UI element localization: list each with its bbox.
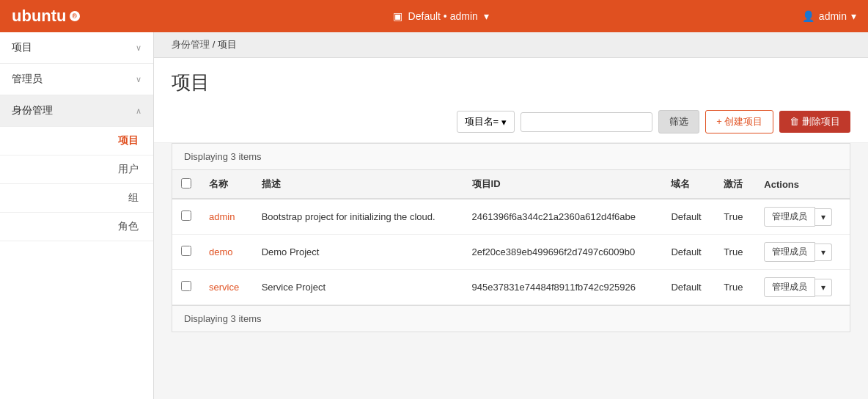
- breadcrumb: 身份管理 / 项目: [154, 32, 868, 58]
- header-project-id: 项目ID: [463, 170, 663, 199]
- page-title: 项目: [154, 58, 868, 101]
- action-caret-admin[interactable]: ▾: [815, 208, 832, 226]
- header-name: 名称: [200, 170, 253, 199]
- navbar-username: admin: [819, 10, 847, 22]
- navbar-user-caret-icon[interactable]: ▾: [851, 10, 856, 22]
- row-actions-admin: 管理成员 ▾: [755, 199, 850, 235]
- row-active-demo: True: [715, 235, 755, 270]
- navbar: ubuntu® ▣ Default • admin ▾ 👤 admin ▾: [0, 0, 868, 32]
- table-header-row: 名称 描述 项目ID 域名 激活 Actions: [172, 170, 850, 199]
- sidebar-item-shen-fen-guan-li[interactable]: 身份管理 ∧: [0, 95, 153, 127]
- user-icon: 👤: [802, 10, 814, 22]
- navbar-project-admin[interactable]: Default • admin: [408, 10, 478, 22]
- sidebar-label-guan-li-yuan: 管理员: [12, 73, 43, 86]
- table-row: admin Bootstrap project for initializing…: [172, 199, 850, 235]
- ubuntu-text: ubuntu: [12, 7, 67, 26]
- filter-input[interactable]: [521, 112, 652, 132]
- action-group-admin: 管理成员 ▾: [764, 207, 841, 227]
- row-name-demo: demo: [200, 235, 253, 270]
- breadcrumb-separator: /: [213, 39, 218, 50]
- filter-dropdown[interactable]: 项目名= ▾: [457, 111, 515, 133]
- action-caret-demo[interactable]: ▾: [815, 244, 832, 261]
- table-info-bottom: Displaying 3 items: [172, 305, 850, 332]
- monitor-icon: ▣: [393, 10, 402, 22]
- breadcrumb-current: 项目: [218, 39, 237, 50]
- sidebar-caret-shen-fen-guan-li: ∧: [136, 106, 141, 116]
- table-row: service Service Project 945e37831e74484f…: [172, 270, 850, 305]
- header-actions: Actions: [755, 170, 850, 199]
- row-description-service: Service Project: [253, 270, 463, 305]
- action-group-demo: 管理成员 ▾: [764, 242, 841, 262]
- row-active-admin: True: [715, 199, 755, 235]
- row-domain-admin: Default: [662, 199, 715, 235]
- action-caret-service[interactable]: ▾: [815, 279, 832, 296]
- projects-table-wrapper: Displaying 3 items 名称 描述 项目ID 域名 激活 Acti…: [172, 143, 850, 332]
- sidebar-sub-item-jiao-se[interactable]: 角色: [0, 213, 153, 241]
- row-checkbox-cell-service: [172, 270, 200, 305]
- registered-icon: ®: [70, 11, 80, 21]
- row-description-admin: Bootstrap project for initializing the c…: [253, 199, 463, 235]
- filter-dropdown-label: 项目名=: [465, 115, 499, 128]
- row-actions-demo: 管理成员 ▾: [755, 235, 850, 270]
- sidebar-sub-item-xiang-mu[interactable]: 项目: [0, 127, 153, 155]
- manage-members-button-service[interactable]: 管理成员: [764, 277, 815, 297]
- manage-members-button-demo[interactable]: 管理成员: [764, 242, 815, 262]
- delete-project-button[interactable]: 🗑 删除项目: [779, 111, 850, 133]
- row-checkbox-admin[interactable]: [181, 211, 191, 221]
- sidebar-item-guan-li-yuan[interactable]: 管理员 ∨: [0, 64, 153, 95]
- main-content: 身份管理 / 项目 项目 项目名= ▾ 筛选 + 创建项目 🗑 删除项目 Dis…: [154, 32, 868, 399]
- project-link-service[interactable]: service: [209, 282, 239, 293]
- table-info-top: Displaying 3 items: [172, 144, 850, 170]
- sidebar-label-xiang-mu: 项目: [12, 41, 32, 54]
- sidebar: 项目 ∨ 管理员 ∨ 身份管理 ∧ 项目 用户 组 角色: [0, 32, 154, 399]
- sidebar-caret-xiang-mu: ∨: [136, 43, 141, 53]
- navbar-user[interactable]: 👤 admin ▾: [802, 10, 856, 22]
- row-domain-demo: Default: [662, 235, 715, 270]
- row-checkbox-cell-admin: [172, 199, 200, 235]
- sidebar-sub-item-yong-hu[interactable]: 用户: [0, 155, 153, 184]
- layout: 项目 ∨ 管理员 ∨ 身份管理 ∧ 项目 用户 组 角色 身份管理 / 项目 项…: [0, 32, 868, 399]
- select-all-checkbox[interactable]: [181, 178, 191, 188]
- row-active-service: True: [715, 270, 755, 305]
- row-project-id-admin: 2461396f6a344c21a2360a612d4f6abe: [463, 199, 663, 235]
- sidebar-item-xiang-mu[interactable]: 项目 ∨: [0, 32, 153, 64]
- breadcrumb-parent[interactable]: 身份管理: [172, 39, 210, 50]
- project-link-admin[interactable]: admin: [209, 211, 235, 222]
- navbar-center-caret-icon[interactable]: ▾: [484, 10, 489, 22]
- row-domain-service: Default: [662, 270, 715, 305]
- project-link-demo[interactable]: demo: [209, 246, 233, 257]
- row-checkbox-demo[interactable]: [181, 246, 191, 256]
- filter-bar: 项目名= ▾ 筛选 + 创建项目 🗑 删除项目: [154, 101, 868, 143]
- row-project-id-service: 945e37831e74484f8911fb742c925926: [463, 270, 663, 305]
- table-row: demo Demo Project 2ef20ce389eb499696f2d7…: [172, 235, 850, 270]
- row-checkbox-cell-demo: [172, 235, 200, 270]
- filter-dropdown-caret-icon: ▾: [501, 117, 507, 128]
- sidebar-sub-item-zu[interactable]: 组: [0, 184, 153, 213]
- header-active: 激活: [715, 170, 755, 199]
- projects-table: 名称 描述 项目ID 域名 激活 Actions: [172, 170, 850, 305]
- navbar-center[interactable]: ▣ Default • admin ▾: [393, 10, 489, 22]
- row-description-demo: Demo Project: [253, 235, 463, 270]
- row-name-service: service: [200, 270, 253, 305]
- action-group-service: 管理成员 ▾: [764, 277, 841, 297]
- create-project-button[interactable]: + 创建项目: [705, 110, 773, 133]
- row-checkbox-service[interactable]: [181, 281, 191, 291]
- row-actions-service: 管理成员 ▾: [755, 270, 850, 305]
- sidebar-caret-guan-li-yuan: ∨: [136, 75, 141, 84]
- row-name-admin: admin: [200, 199, 253, 235]
- manage-members-button-admin[interactable]: 管理成员: [764, 207, 815, 227]
- header-domain: 域名: [662, 170, 715, 199]
- header-description: 描述: [253, 170, 463, 199]
- sidebar-label-shen-fen-guan-li: 身份管理: [12, 104, 53, 117]
- filter-button[interactable]: 筛选: [658, 110, 699, 133]
- row-project-id-demo: 2ef20ce389eb499696f2d7497c6009b0: [463, 235, 663, 270]
- header-checkbox-cell: [172, 170, 200, 199]
- brand-logo: ubuntu®: [12, 7, 80, 26]
